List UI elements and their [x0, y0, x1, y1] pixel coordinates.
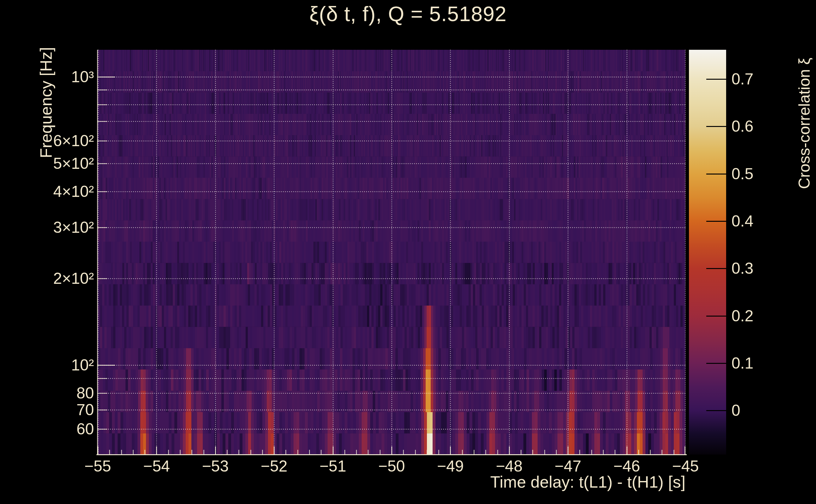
colorbar-tick-label: 0.2 [732, 308, 795, 324]
x-tick-label: −53 [184, 458, 247, 474]
y-tick-label: 60 [17, 421, 94, 437]
x-tick-label: −49 [419, 458, 482, 474]
y-tick-label: 4×10² [17, 183, 94, 200]
heatmap-plot-area [98, 50, 686, 455]
x-tick-label: −52 [243, 458, 306, 474]
colorbar-tick [706, 126, 726, 127]
x-axis-title: Time delay: t(L1) - t(H1) [s] [402, 473, 686, 491]
colorbar-tick [706, 268, 726, 269]
page-title: ξ(δ t, f), Q = 5.51892 [0, 2, 816, 26]
x-tick-label: −47 [536, 458, 599, 474]
colorbar-tick-label: 0.1 [732, 355, 795, 371]
cross-correlation-heatmap [98, 50, 686, 455]
root-canvas: ξ(δ t, f), Q = 5.51892 10³6×10²5×10²4×10… [0, 0, 816, 504]
y-tick-label: 80 [17, 385, 94, 401]
y-axis-line [97, 50, 98, 455]
colorbar-tick-label: 0 [732, 402, 795, 419]
colorbar-tick [706, 316, 726, 317]
colorbar-tick-label: 0.3 [732, 260, 795, 277]
colorbar-tick [706, 221, 726, 222]
y-tick-label: 10³ [17, 69, 94, 85]
colorbar-tick-label: 0.5 [732, 166, 795, 182]
colorbar-title: Cross-correlation ξ [795, 58, 813, 189]
colorbar-tick [706, 410, 726, 411]
y-tick-label: 5×10² [17, 155, 94, 172]
y-tick-label: 3×10² [17, 219, 94, 236]
x-tick-label: −54 [125, 458, 188, 474]
colorbar-tick-label: 0.4 [732, 213, 795, 229]
colorbar-tick-label: 0.7 [732, 71, 795, 87]
x-axis-line [96, 454, 687, 455]
y-axis-title: Frequency [Hz] [37, 47, 55, 158]
colorbar-tick [706, 79, 726, 80]
colorbar-tick-label: 0.6 [732, 118, 795, 135]
x-tick-label: −46 [595, 458, 658, 474]
colorbar-tick [706, 174, 726, 175]
x-tick-label: −50 [360, 458, 423, 474]
x-tick-label: −48 [478, 458, 541, 474]
x-tick-label: −45 [654, 458, 717, 474]
y-tick-label: 2×10² [17, 270, 94, 287]
y-tick-label: 10² [17, 357, 94, 373]
x-tick-label: −55 [66, 458, 129, 474]
colorbar-tick [706, 363, 726, 364]
colorbar-gradient [689, 50, 726, 455]
x-tick-label: −51 [302, 458, 365, 474]
y-tick-label: 70 [17, 402, 94, 418]
y-tick-label: 6×10² [17, 133, 94, 149]
